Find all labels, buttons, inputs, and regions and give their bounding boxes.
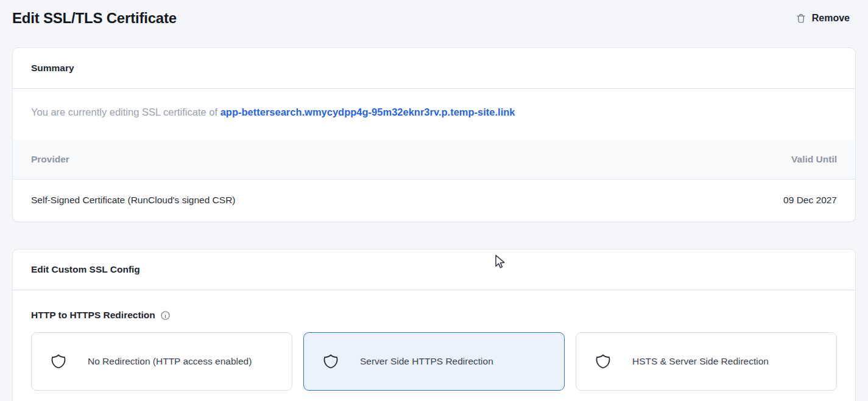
redirection-field-label: HTTP to HTTPS Redirection <box>31 309 837 322</box>
summary-card: Summary You are currently editing SSL ce… <box>12 47 856 222</box>
certificate-table-header: Provider Valid Until <box>13 140 855 180</box>
option-no-redirection[interactable]: No Redirection (HTTP access enabled) <box>31 332 292 391</box>
summary-card-title: Summary <box>13 48 855 89</box>
page-header: Edit SSL/TLS Certificate Remove <box>12 0 856 37</box>
valid-until-value: 09 Dec 2027 <box>783 194 837 206</box>
option-label: HSTS & Server Side Redirection <box>632 356 769 367</box>
redirection-label-text: HTTP to HTTPS Redirection <box>31 309 155 322</box>
ssl-edit-page: Edit SSL/TLS Certificate Remove Summary … <box>0 0 868 401</box>
provider-value: Self-Signed Certificate (RunCloud's sign… <box>31 194 236 206</box>
shield-icon <box>595 353 612 370</box>
custom-ssl-config-card: Edit Custom SSL Config HTTP to HTTPS Red… <box>12 249 856 401</box>
provider-column-header: Provider <box>31 153 69 166</box>
valid-until-column-header: Valid Until <box>791 153 837 166</box>
remove-button[interactable]: Remove <box>796 12 850 24</box>
certificate-table-row: Self-Signed Certificate (RunCloud's sign… <box>13 180 855 221</box>
shield-icon <box>322 353 339 370</box>
info-icon[interactable] <box>160 310 171 321</box>
option-hsts-redirection[interactable]: HSTS & Server Side Redirection <box>576 332 837 391</box>
shield-icon <box>50 353 67 370</box>
option-label: No Redirection (HTTP access enabled) <box>88 356 252 367</box>
option-server-side-redirection[interactable]: Server Side HTTPS Redirection <box>303 332 565 391</box>
custom-ssl-config-title: Edit Custom SSL Config <box>13 249 855 290</box>
trash-icon <box>796 12 806 24</box>
site-domain-link[interactable]: app-bettersearch.wmycydpp4g-95m32eknr3rv… <box>221 106 515 117</box>
summary-description: You are currently editing SSL certificat… <box>13 89 855 140</box>
custom-ssl-config-body: HTTP to HTTPS Redirection <box>13 290 855 401</box>
page-title: Edit SSL/TLS Certificate <box>12 10 177 27</box>
summary-description-text: You are currently editing SSL certificat… <box>31 106 221 117</box>
remove-button-label: Remove <box>812 13 850 24</box>
option-label: Server Side HTTPS Redirection <box>360 356 493 367</box>
redirection-options: No Redirection (HTTP access enabled) Ser… <box>31 332 837 391</box>
